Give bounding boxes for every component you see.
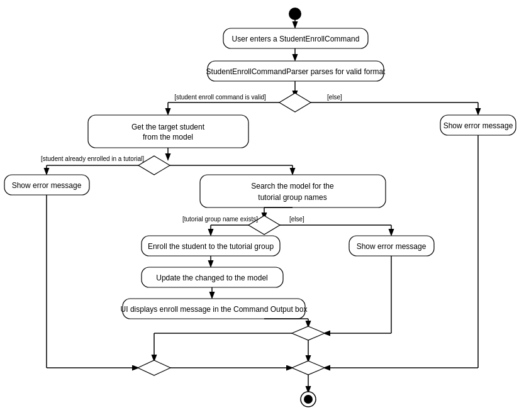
start-node: [289, 8, 301, 20]
node-get-target: [88, 115, 248, 148]
label-get-target-1: Get the target student: [131, 123, 205, 131]
label-get-target-2: from the model: [143, 133, 193, 141]
label-else2: [else]: [289, 216, 304, 223]
label-already-enrolled: [student already enrolled in a tutorial]: [41, 155, 144, 162]
label-user-enters: User enters a StudentEnrollCommand: [232, 35, 360, 43]
diamond-5: [138, 360, 170, 375]
diamond-6: [292, 361, 325, 375]
label-search-1: Search the model for the: [251, 182, 334, 191]
label-tutorial-exists: [tutorial group name exists]: [182, 216, 258, 223]
label-show-error-2: Show error message: [12, 181, 82, 190]
label-valid: [student enroll command is valid]: [174, 94, 266, 101]
diamond-4: [292, 326, 325, 340]
label-ui-displays: UI displays enroll message in the Comman…: [121, 305, 308, 314]
label-show-error-1: Show error message: [443, 121, 513, 130]
label-enroll: Enroll the student to the tutorial group: [148, 242, 274, 251]
end-inner: [304, 395, 313, 404]
label-show-error-3: Show error message: [357, 242, 426, 251]
diagram-container: User enters a StudentEnrollCommand Stude…: [0, 0, 524, 420]
diamond-1: [279, 93, 311, 112]
node-search-model: [200, 175, 386, 207]
label-search-2: tutorial group names: [258, 193, 326, 202]
label-else1: [else]: [327, 94, 342, 101]
label-parser: StudentEnrollCommandParser parses for va…: [206, 67, 386, 76]
label-update: Update the changed to the model: [156, 274, 267, 282]
